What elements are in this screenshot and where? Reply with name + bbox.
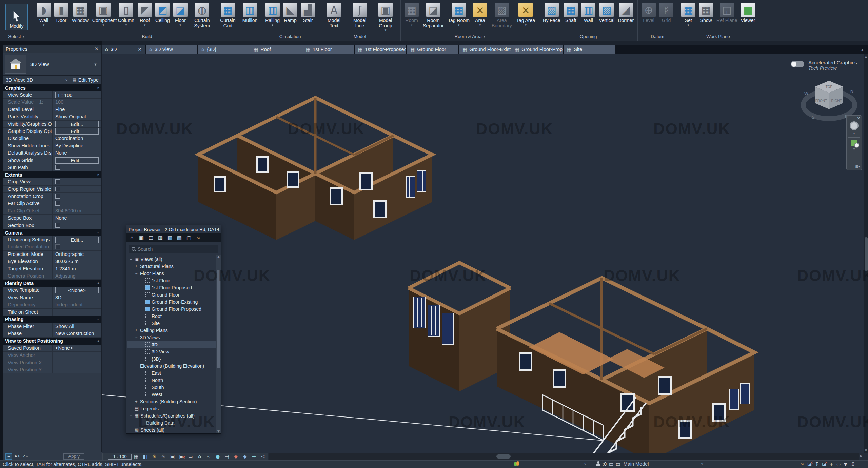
- view-scale-button[interactable]: 1 : 100: [108, 454, 132, 460]
- scrollbar-thumb[interactable]: [496, 454, 511, 459]
- ribbon-button-show[interactable]: ▦Show: [697, 2, 715, 24]
- ribbon-button-floor[interactable]: ◪Floor▾: [172, 2, 189, 27]
- tree-item-3d-view[interactable]: 3D View: [127, 348, 216, 355]
- tree-item--3d-[interactable]: {3D}: [127, 355, 216, 362]
- ribbon-button-stair[interactable]: ▟Stair: [299, 2, 317, 24]
- chevron-down-icon[interactable]: ▾: [853, 147, 855, 151]
- property-input[interactable]: 1 : 100: [55, 92, 96, 98]
- view-tab-1st-floor-proposed[interactable]: ▦1st Floor-Proposed: [355, 45, 406, 54]
- ribbon-button-wall-opening[interactable]: ▥Wall: [579, 2, 597, 24]
- collapse-icon[interactable]: −: [129, 257, 133, 262]
- checkbox[interactable]: [55, 165, 60, 170]
- resize-grip[interactable]: ∷: [864, 455, 867, 459]
- tree-item-sections-building-section-[interactable]: +Sections (Building Section): [127, 398, 216, 405]
- crop-region-icon[interactable]: ▭: [186, 454, 195, 459]
- design-options-list-icon[interactable]: ▤: [616, 461, 620, 467]
- link-icon[interactable]: ∞: [195, 235, 202, 241]
- tree-item-views-all-[interactable]: −▣Views (all): [127, 256, 216, 263]
- ribbon-button-column[interactable]: ▯Column▾: [116, 2, 136, 27]
- revit-links-icon[interactable]: ▢: [185, 235, 193, 241]
- ribbon-button-window[interactable]: ▦Window: [70, 2, 91, 24]
- section-header-graphics[interactable]: Graphics»: [3, 84, 101, 91]
- view-tab-site[interactable]: ▦Site: [564, 45, 615, 54]
- tree-item-3d-views[interactable]: −3D Views: [127, 334, 216, 341]
- sort-descending-icon[interactable]: Z↓: [22, 453, 29, 460]
- property-value[interactable]: [53, 309, 101, 316]
- tree-item-elevations-building-elevation-[interactable]: −Elevations (Building Elevation): [127, 362, 216, 369]
- editable-elements-icon[interactable]: [596, 461, 600, 467]
- property-value[interactable]: [53, 222, 101, 229]
- scroll-up-icon[interactable]: ▲: [216, 255, 221, 258]
- ribbon-button-viewer[interactable]: ■Viewer: [739, 2, 757, 24]
- ribbon-button-model-text[interactable]: AModel Text: [321, 2, 347, 29]
- temporary-view-properties-icon[interactable]: ▤: [222, 454, 231, 459]
- zoom-icon[interactable]: [851, 140, 857, 146]
- property-value[interactable]: By Discipline: [53, 142, 101, 149]
- expand-icon[interactable]: +: [134, 328, 138, 333]
- ribbon-button-by-face[interactable]: ▨By Face: [541, 2, 562, 24]
- tree-item-3d[interactable]: 3D: [127, 341, 216, 348]
- section-header-view-to-sheet-positioning[interactable]: View to Sheet Positioning»: [3, 338, 101, 345]
- property-value[interactable]: Show Original: [53, 113, 101, 120]
- tree-item-site[interactable]: Site: [127, 320, 216, 327]
- collapse-icon[interactable]: −: [134, 335, 138, 340]
- property-value[interactable]: [53, 193, 101, 200]
- checkbox[interactable]: [55, 179, 60, 184]
- legends-icon[interactable]: ▤: [147, 235, 155, 241]
- property-value[interactable]: Edit...: [53, 128, 101, 135]
- tree-item-ground-floor[interactable]: Ground Floor: [127, 291, 216, 298]
- tree-item-east[interactable]: East: [127, 369, 216, 377]
- tree-item-west[interactable]: West: [127, 391, 216, 398]
- property-value[interactable]: Edit...: [53, 157, 101, 164]
- ribbon-button-vertical[interactable]: ▨Vertical: [597, 2, 616, 24]
- sun-path-icon[interactable]: ☀: [150, 454, 159, 459]
- toggle-switch[interactable]: [791, 61, 804, 67]
- tree-item-south[interactable]: South: [127, 384, 216, 391]
- property-value[interactable]: [53, 164, 101, 171]
- ribbon-button-railing[interactable]: ▥Railing▾: [263, 2, 281, 27]
- collapse-icon[interactable]: <: [258, 454, 268, 459]
- ribbon-button-curtain-grid[interactable]: ▦Curtain Grid: [215, 2, 241, 29]
- section-header-camera[interactable]: Camera»: [3, 229, 101, 236]
- view-tab-roof[interactable]: ▦Roof: [250, 45, 302, 54]
- detail-level-icon[interactable]: ▦: [132, 454, 141, 459]
- ribbon-panel-title[interactable]: Room & Area▾: [401, 33, 539, 41]
- ribbon-button-dormer[interactable]: ◢Dormer: [616, 2, 635, 24]
- ribbon-button-room-separator[interactable]: ◪Room Separator: [420, 2, 446, 29]
- reveal-constraints-icon[interactable]: ↔: [250, 454, 259, 459]
- scroll-down-icon[interactable]: ▼: [216, 430, 221, 433]
- sheets-icon[interactable]: ▧: [166, 235, 174, 241]
- property-edit-button[interactable]: Edit...: [55, 157, 99, 164]
- chevron-down-icon[interactable]: ▾: [853, 131, 855, 135]
- steering-wheel-icon[interactable]: [850, 121, 859, 130]
- shadows-icon[interactable]: ☀: [159, 454, 168, 459]
- design-options-icon[interactable]: ▤: [609, 461, 613, 467]
- drawing-canvas[interactable]: TOP FRONT RIGHT W N S E Accelerated Grap…: [102, 54, 868, 453]
- ribbon-button-model-line[interactable]: ʃModel Line: [347, 2, 373, 29]
- ribbon-button-ceiling[interactable]: ◩Ceiling: [154, 2, 172, 24]
- ribbon-button-door[interactable]: ▮Door: [53, 2, 70, 24]
- views-home-icon[interactable]: ⌂: [128, 235, 136, 241]
- edit-type-button[interactable]: ▦ Edit Type: [73, 77, 99, 83]
- ribbon-button-ramp[interactable]: ◣Ramp: [281, 2, 299, 24]
- chevron-down-icon[interactable]: ˅: [65, 78, 67, 82]
- view-tab-ground-floor-proposed[interactable]: ▦Ground Floor-Proposed: [511, 45, 563, 54]
- select-dropdown[interactable]: Select ▾: [0, 33, 33, 41]
- property-edit-button[interactable]: Edit...: [55, 128, 99, 135]
- property-value[interactable]: Orthographic: [53, 251, 101, 258]
- search-input[interactable]: [138, 246, 215, 252]
- select-pinned-icon[interactable]: ↧: [815, 461, 819, 467]
- scroll-down-icon[interactable]: ▼: [864, 449, 868, 452]
- locked-3d-view-icon[interactable]: ⌂: [195, 454, 204, 459]
- property-value[interactable]: <None>: [53, 345, 101, 351]
- ribbon-button-area[interactable]: ×Area▾: [471, 2, 489, 27]
- ribbon-button-tag-area[interactable]: ×Tag Area▾: [515, 2, 537, 27]
- background-processes-icon[interactable]: ◌: [836, 461, 841, 467]
- ribbon-button-component[interactable]: ▣Component▾: [91, 2, 116, 27]
- view-tab-ground-floor-existing[interactable]: ▦Ground Floor-Existing: [459, 45, 511, 54]
- worksets-group[interactable]: ˅: [514, 461, 586, 467]
- tree-item-legends[interactable]: ▤Legends: [127, 405, 216, 412]
- section-header-extents[interactable]: Extents»: [3, 171, 101, 178]
- property-value[interactable]: Coordination: [53, 135, 101, 142]
- select-by-face-icon[interactable]: ◪×: [822, 461, 826, 467]
